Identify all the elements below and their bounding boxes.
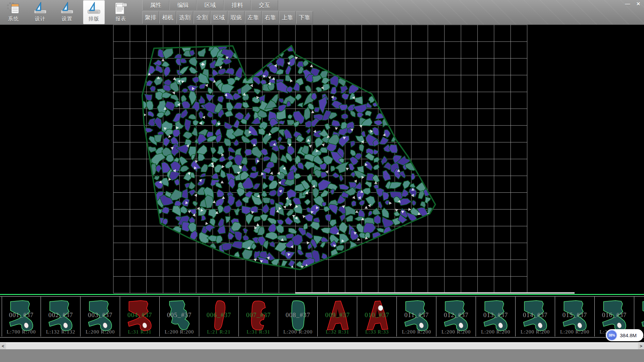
piece-count-label: L:132 R:132 [41, 329, 80, 335]
progress-circle: 38% [606, 330, 617, 341]
action-button[interactable]: 区域 [211, 11, 227, 24]
piece-id-label: 006_#37 [200, 311, 238, 319]
action-button[interactable]: 全割 [194, 11, 210, 24]
piece-count-label: L:200 R:200 [397, 329, 436, 335]
thumbnail-cell[interactable]: 010_#37L:33 R:33 [358, 297, 397, 337]
piece-id-label: 008_#37 [278, 311, 317, 319]
piece-id-label: 016_#37 [595, 311, 634, 319]
thumbnail-cell[interactable]: 011_#37L:200 R:200 [397, 297, 436, 337]
horizontal-scrollbar[interactable]: < > [0, 342, 644, 349]
piece-id-label: 015_#37 [555, 311, 594, 319]
status-badge[interactable]: 38% 384.8M [606, 329, 643, 341]
report-icon [113, 1, 128, 15]
piece-id-label: 013_#37 [476, 311, 515, 319]
menu-item[interactable]: 属性 [142, 0, 169, 10]
thumbnail-cell[interactable]: 004_#37L:31 R:31 [120, 297, 160, 337]
ruler-icon [33, 1, 48, 15]
piece-id-label: 004_#37 [120, 311, 159, 319]
strip-divider-line [0, 294, 644, 295]
piece-id-label: 011_#37 [397, 311, 436, 319]
piece-id-label: 014_#37 [516, 311, 555, 319]
status-footer [0, 349, 644, 362]
piece-count-label: L:31 R:31 [239, 329, 278, 335]
piece-count-label: L:200 R:200 [437, 329, 476, 335]
action-bar: 聚排相机选割全割区域瑕疵左靠右靠上靠下靠 [142, 11, 313, 24]
thumbnail-cell[interactable]: 002_#37L:132 R:132 [41, 297, 80, 337]
menu-item[interactable]: 区域 [197, 0, 224, 10]
thumbnail-cell[interactable]: 015_#37L:200 R:200 [555, 297, 595, 337]
piece-count-label: L:200 R:200 [81, 329, 120, 335]
minimize-button[interactable]: — [623, 1, 632, 7]
thumbnail-cell[interactable]: 003_#37L:200 R:200 [81, 297, 120, 337]
ruler-icon [60, 1, 74, 15]
tab-design[interactable]: 设计 [30, 0, 51, 24]
piece-id-label: 010_#37 [358, 311, 396, 319]
piece-count-label: L:200 R:200 [160, 329, 199, 335]
tab-system[interactable]: 系统 [3, 0, 24, 24]
close-button[interactable]: ✕ [634, 1, 643, 7]
action-button[interactable]: 瑕疵 [228, 11, 245, 24]
action-button[interactable]: 选割 [176, 11, 193, 24]
gear-icon [6, 1, 21, 15]
ruler-icon [87, 1, 101, 15]
tab-label: 报表 [110, 16, 131, 22]
scroll-left-button[interactable]: < [0, 343, 6, 349]
menu-bar: 属性编辑区域排料交互 [142, 0, 278, 10]
nested-pieces [142, 42, 433, 268]
action-button[interactable]: 聚排 [142, 11, 159, 24]
tab-report[interactable]: 报表 [110, 0, 131, 24]
thumbnail-cell[interactable]: 006_#37L:21 R:21 [200, 297, 239, 337]
piece-id-label: 012_#37 [437, 311, 476, 319]
action-button[interactable]: 相机 [159, 11, 176, 24]
piece-thumbnail-strip: 001_#37L:700 R:700002_#37L:132 R:132003_… [0, 296, 644, 338]
tab-nesting[interactable]: 排版 [83, 0, 105, 24]
tab-settings[interactable]: 设置 [56, 0, 78, 24]
scroll-right-button[interactable]: > [638, 343, 644, 349]
piece-count-label: L:33 R:33 [358, 329, 396, 335]
thumbnail-cell[interactable]: 008_#37L:200 R:200 [278, 297, 318, 337]
menu-item[interactable]: 排料 [224, 0, 251, 10]
piece-count-label: L:200 R:200 [516, 329, 555, 335]
action-button[interactable]: 左靠 [245, 11, 262, 24]
piece-count-label: L:200 R:200 [555, 329, 594, 335]
menu-item[interactable]: 编辑 [169, 0, 197, 10]
thumbnail-cell[interactable]: 014_#37L:200 R:200 [516, 297, 555, 337]
piece-count-label: L:200 R:200 [278, 329, 317, 335]
piece-id-label: 007_#37 [239, 311, 278, 319]
piece-id-label: 001_#37 [2, 311, 41, 319]
piece-id-label: 003_#37 [81, 311, 120, 319]
piece-id-label: 0 [634, 311, 644, 319]
thumbnail-cell[interactable]: 012_#37L:200 R:200 [437, 297, 476, 337]
window-controls: — ✕ [623, 1, 643, 7]
tab-label: 排版 [83, 16, 105, 22]
piece-id-label: 005_#37 [160, 311, 199, 319]
piece-count-label: L:31 R:31 [120, 329, 159, 335]
tab-label: 系统 [3, 16, 24, 22]
thumbnail-cell[interactable]: 013_#37L:200 R:200 [476, 297, 516, 337]
thumbnail-cell[interactable]: 009_#37L:32 R:31 [318, 297, 357, 337]
menu-item[interactable]: 交互 [251, 0, 278, 10]
thumbnail-cell[interactable]: 007_#37L:31 R:31 [239, 297, 278, 337]
piece-count-label: L:21 R:21 [200, 329, 238, 335]
piece-count-label: L:32 R:31 [318, 329, 357, 335]
action-button[interactable]: 右靠 [262, 11, 279, 24]
thumbnail-scrollbar-thumb[interactable] [295, 292, 575, 294]
tab-label: 设计 [30, 16, 51, 22]
tab-label: 设置 [56, 16, 78, 22]
piece-count-label: L:700 R:700 [2, 329, 41, 335]
toolbar-texture [322, 0, 644, 24]
action-button[interactable]: 下靠 [296, 11, 313, 24]
piece-count-label: L:200 R:200 [476, 329, 515, 335]
toolbar: 系统设计设置排版报表 属性编辑区域排料交互 聚排相机选割全割区域瑕疵左靠右靠上靠… [0, 0, 644, 25]
action-button[interactable]: 上靠 [279, 11, 296, 24]
piece-id-label: 009_#37 [318, 311, 357, 319]
piece-id-label: 002_#37 [41, 311, 80, 319]
thumbnail-cell[interactable]: 005_#37L:200 R:200 [160, 297, 199, 337]
memory-usage-label: 384.8M [620, 333, 637, 338]
thumbnail-cell[interactable]: 001_#37L:700 R:700 [2, 297, 41, 337]
